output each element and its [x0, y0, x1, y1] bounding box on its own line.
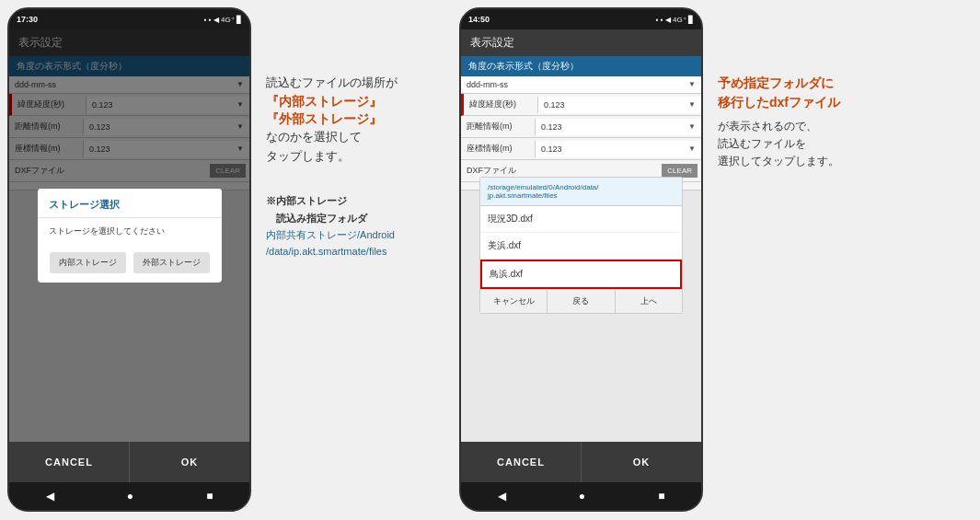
right-home-icon[interactable]: ●	[579, 490, 585, 503]
left-internal-storage-button[interactable]: 内部ストレージ	[50, 252, 126, 273]
left-dialog-overlay: ストレージ選択 ストレージを選択してください 内部ストレージ 外部ストレージ	[9, 29, 249, 442]
left-annotation-text4: なのかを選択して	[266, 130, 362, 144]
right-annotation-main: 予め指定フォルダに 移行したdxfファイル	[718, 74, 878, 112]
right-row-1-arrow: ▼	[688, 122, 696, 131]
right-row-0-value[interactable]: 0.123 ▼	[537, 97, 701, 113]
right-nav-bar: ◀ ● ■	[461, 482, 701, 510]
left-status-icons: ▪ ▪ ◀ 4G⁺ ▊	[204, 16, 242, 24]
right-signal-icons: ▪ ▪ ◀ 4G⁺ ▊	[656, 16, 694, 24]
left-annotation-text3: 『外部ストレージ』	[266, 111, 382, 126]
left-footer-link: 内部共有ストレージ/Android/data/ip.akt.smartmate/…	[266, 229, 395, 257]
right-row-0-arrow: ▼	[688, 100, 696, 109]
right-annotation: 予め指定フォルダに 移行したdxfファイル が表示されるので、 読込むファイルを…	[710, 0, 885, 180]
left-annotation-main: 読込むファイルの場所が 『内部ストレージ』 『外部ストレージ』 なのかを選択して…	[266, 74, 444, 166]
right-row-0: 緯度経度(秒) 0.123 ▼	[461, 94, 701, 116]
right-row-1-label: 距離情報(m)	[461, 116, 535, 137]
left-external-storage-button[interactable]: 外部ストレージ	[133, 252, 210, 273]
right-angle-label: 角度の表示形式（度分秒）	[468, 61, 579, 71]
right-row-2-label: 座標情報(m)	[461, 138, 535, 159]
right-file-cancel-button[interactable]: キャンセル	[480, 290, 548, 313]
right-row-2-value[interactable]: 0.123 ▼	[535, 141, 701, 157]
left-cancel-button[interactable]: CANCEL	[9, 442, 130, 482]
right-annotation-sub: が表示されるので、 読込むファイルを 選択してタップします。	[718, 118, 878, 171]
left-nav-bar: ◀ ● ■	[9, 482, 249, 510]
left-phone-wrapper: 17:30 ▪ ▪ ◀ 4G⁺ ▊ 表示設定 角度の表示形式（度分秒）	[0, 0, 259, 519]
left-footer-sub: 読込み指定フォルダ	[266, 213, 367, 224]
left-annotation-text5: タップします。	[266, 149, 350, 163]
left-bottom-bar: CANCEL OK	[9, 442, 249, 482]
left-storage-dialog: ストレージ選択 ストレージを選択してください 内部ストレージ 外部ストレージ	[38, 189, 222, 283]
left-footer-title: ※内部ストレージ	[266, 195, 347, 206]
right-section: 14:50 ▪ ▪ ◀ 4G⁺ ▊ 表示設定 角度の表示形式（度分秒）	[452, 0, 885, 519]
right-dropdown-value[interactable]: ddd-mm-ss ▼	[461, 76, 701, 93]
right-screen: 表示設定 角度の表示形式（度分秒） ddd-mm-ss ▼	[461, 29, 701, 442]
right-dropdown-row[interactable]: ddd-mm-ss ▼	[461, 76, 701, 94]
right-cancel-button[interactable]: CANCEL	[461, 442, 582, 482]
right-app-title: 表示設定	[470, 36, 514, 49]
right-recent-icon[interactable]: ■	[658, 490, 664, 503]
left-dialog-title: ストレージ選択	[38, 189, 222, 218]
left-phone: 17:30 ▪ ▪ ◀ 4G⁺ ▊ 表示設定 角度の表示形式（度分秒）	[7, 7, 251, 512]
right-angle-section: 角度の表示形式（度分秒）	[461, 56, 701, 76]
left-ok-button[interactable]: OK	[130, 442, 249, 482]
right-back-icon[interactable]: ◀	[498, 490, 506, 503]
right-file-item-0[interactable]: 現況3D.dxf	[480, 206, 682, 233]
left-signal-icons: ▪ ▪ ◀ 4G⁺ ▊	[204, 16, 242, 24]
left-home-icon[interactable]: ●	[127, 490, 133, 503]
right-phone: 14:50 ▪ ▪ ◀ 4G⁺ ▊ 表示設定 角度の表示形式（度分秒）	[459, 7, 703, 512]
right-file-path: /storage/emulated/0/Android/data/jp.akt.…	[480, 178, 682, 206]
left-status-bar: 17:30 ▪ ▪ ◀ 4G⁺ ▊	[9, 9, 249, 29]
right-file-back-button[interactable]: 戻る	[548, 290, 615, 313]
right-app-header: 表示設定	[461, 29, 701, 56]
left-screen: 表示設定 角度の表示形式（度分秒） ddd-mm-ss ▼	[9, 29, 249, 442]
left-annotation-text1: 読込むファイルの場所が	[266, 75, 398, 89]
left-dialog-buttons: 内部ストレージ 外部ストレージ	[38, 245, 222, 283]
right-row-2: 座標情報(m) 0.123 ▼	[461, 138, 701, 160]
left-dialog-body: ストレージを選択してください	[38, 218, 222, 245]
left-annotation-footer: ※内部ストレージ 読込み指定フォルダ 内部共有ストレージ/Android/dat…	[266, 191, 444, 259]
right-file-picker: /storage/emulated/0/Android/data/jp.akt.…	[479, 177, 683, 314]
right-file-picker-actions: キャンセル 戻る 上へ	[480, 289, 682, 313]
right-bottom-bar: CANCEL OK	[461, 442, 701, 482]
right-ok-button[interactable]: OK	[582, 442, 701, 482]
left-recent-icon[interactable]: ■	[206, 490, 213, 503]
right-file-up-button[interactable]: 上へ	[616, 290, 682, 313]
right-row-2-arrow: ▼	[688, 144, 696, 153]
right-clear-button[interactable]: CLEAR	[662, 164, 698, 178]
right-status-bar: 14:50 ▪ ▪ ◀ 4G⁺ ▊	[461, 9, 701, 29]
left-annotation-text2: 『内部ストレージ』	[266, 94, 382, 109]
left-back-icon[interactable]: ◀	[46, 490, 54, 503]
right-file-item-2-selected[interactable]: 鳥浜.dxf	[480, 260, 682, 289]
left-section: 17:30 ▪ ▪ ◀ 4G⁺ ▊ 表示設定 角度の表示形式（度分秒）	[0, 0, 452, 519]
left-time: 17:30	[17, 15, 38, 24]
right-row-0-label: 緯度経度(秒)	[464, 94, 537, 115]
right-time: 14:50	[468, 15, 490, 24]
right-dropdown-arrow: ▼	[688, 80, 696, 89]
left-annotation: 読込むファイルの場所が 『内部ストレージ』 『外部ストレージ』 なのかを選択して…	[259, 0, 452, 268]
right-status-icons: ▪ ▪ ◀ 4G⁺ ▊	[656, 16, 694, 24]
right-file-item-1[interactable]: 美浜.dxf	[480, 233, 682, 260]
right-phone-wrapper: 14:50 ▪ ▪ ◀ 4G⁺ ▊ 表示設定 角度の表示形式（度分秒）	[452, 0, 710, 519]
right-row-1: 距離情報(m) 0.123 ▼	[461, 116, 701, 138]
right-row-1-value[interactable]: 0.123 ▼	[535, 119, 701, 135]
